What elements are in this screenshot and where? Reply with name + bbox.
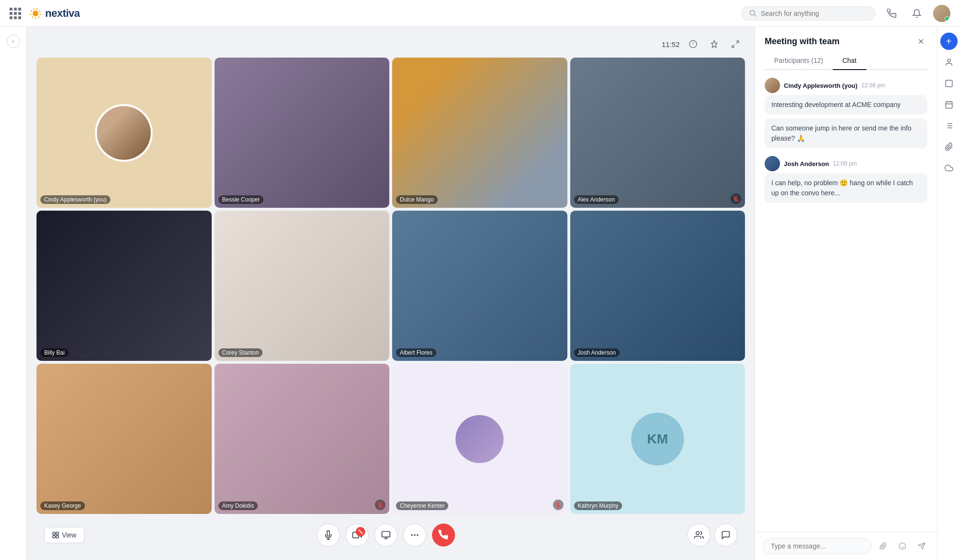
participant-label-dulce: Dulce Mango [396,195,438,204]
video-cell-bessie: Bessie Cooper [215,58,390,208]
svg-rect-38 [946,80,952,87]
participant-label-alex: Alex Anderson [574,195,619,204]
logo: nextiva [29,7,80,20]
top-navigation: nextiva [0,0,960,27]
panel-title: Meeting with team [765,36,840,47]
panel-close-button[interactable]: ✕ [914,35,927,48]
msg-header-2: Josh Anderson 12:09 pm [765,156,927,171]
grid-menu-icon[interactable] [10,8,21,19]
screen-share-button[interactable] [374,524,397,547]
video-controls: View [36,520,745,550]
svg-point-28 [411,534,413,536]
msg-avatar-cindy [765,78,780,93]
participant-label-cindy: Cindy Applesworth (you) [40,195,110,204]
svg-point-29 [414,534,415,536]
attachment-icon[interactable] [876,538,891,554]
chat-message-2: Josh Anderson 12:09 pm I can help, no pr… [765,156,927,203]
svg-point-31 [696,532,699,535]
participant-label-josh: Josh Anderson [574,348,620,357]
mic-off-badge-cheyenne [553,500,564,510]
svg-line-3 [755,14,756,16]
send-icon[interactable] [914,538,929,554]
video-toggle-button[interactable] [346,524,369,547]
calendar-icon[interactable] [940,96,958,113]
svg-rect-18 [53,536,55,538]
grid-view-icon [52,532,59,538]
search-bar[interactable] [741,6,876,21]
video-cell-cindy: Cindy Applesworth (you) [36,58,212,208]
contacts-icon[interactable] [940,54,958,71]
svg-point-37 [948,59,950,62]
end-call-button[interactable] [432,524,455,547]
svg-rect-19 [56,536,59,538]
svg-point-32 [899,543,905,549]
msg-time-2: 12:09 pm [833,160,857,167]
search-icon [749,10,757,17]
nav-left: nextiva [10,7,741,20]
add-button[interactable]: + [940,33,958,50]
video-header-icons [685,36,743,52]
more-button[interactable] [403,524,426,547]
sidebar-expand-button[interactable]: › [7,35,20,48]
user-avatar[interactable] [933,5,950,22]
video-cell-kathryn: KM Kathryn Murphy [570,364,745,514]
view-label: View [62,531,76,539]
svg-point-0 [33,11,38,16]
chat-toggle-button[interactable] [714,524,737,547]
mic-off-badge-alex [731,193,741,204]
phone-icon[interactable] [883,5,900,22]
msg-bubble-2a: I can help, no problem 🙂 hang on while I… [765,173,927,203]
controls-right [687,524,737,547]
search-input[interactable] [761,10,857,17]
emoji-icon[interactable] [895,538,910,554]
svg-rect-39 [946,102,952,108]
msg-sender-1: Cindy Applesworth (you) [784,82,857,89]
chat-message-1: Cindy Applesworth (you) 12:08 pm Interes… [765,78,927,148]
video-header: 11:52 [36,36,745,52]
logo-icon [29,7,42,20]
video-grid: Cindy Applesworth (you) Bessie Cooper Du… [36,58,745,514]
meeting-time: 11:52 [661,40,680,48]
tab-participants[interactable]: Participants (12) [765,52,833,70]
msg-bubble-1b: Can someone jump in here or send me the … [765,119,927,148]
pin-icon[interactable] [707,36,722,52]
building-icon[interactable] [940,75,958,92]
chat-messages: Cindy Applesworth (you) 12:08 pm Interes… [755,70,937,532]
chat-input[interactable] [763,538,872,554]
view-button[interactable]: View [44,527,84,543]
video-cell-dulce: Dulce Mango [392,58,567,208]
list-icon[interactable] [940,117,958,134]
video-cell-billy: Billy Bai [36,211,212,361]
participants-button[interactable] [687,524,710,547]
participant-label-bessie: Bessie Cooper [218,195,264,204]
logo-text: nextiva [45,7,80,20]
panel-tabs: Participants (12) Chat [765,52,927,70]
attachment-sidebar-icon[interactable] [940,138,958,155]
expand-icon[interactable] [728,36,743,52]
video-cell-corey: Corey Stanton [215,211,390,361]
participant-label-kasey: Kasey George [40,501,85,510]
main-layout: › 11:52 [0,27,960,560]
info-icon[interactable] [685,36,701,52]
mic-button[interactable] [317,524,340,547]
cloud-icon[interactable] [940,159,958,177]
video-cell-kasey: Kasey George [36,364,212,514]
left-sidebar: › [0,27,27,560]
panel-header: Meeting with team ✕ [755,27,937,48]
tab-chat[interactable]: Chat [833,52,866,70]
controls-center [317,524,455,547]
controls-left: View [44,527,84,543]
svg-rect-25 [382,532,390,537]
svg-rect-16 [53,532,55,535]
msg-header-1: Cindy Applesworth (you) 12:08 pm [765,78,927,93]
chat-panel: Meeting with team ✕ Participants (12) Ch… [755,27,937,560]
video-cell-alex: Alex Anderson [570,58,745,208]
msg-bubble-1a: Interesting development at ACME company [765,95,927,115]
right-mini-sidebar: + [937,27,960,560]
participant-label-corey: Corey Stanton [218,348,263,357]
bell-icon[interactable] [908,5,925,22]
msg-avatar-josh [765,156,780,171]
participant-label-amy: Amy Dokidis [218,501,258,510]
participant-label-billy: Billy Bai [40,348,69,357]
participant-label-albert: Albert Flores [396,348,436,357]
